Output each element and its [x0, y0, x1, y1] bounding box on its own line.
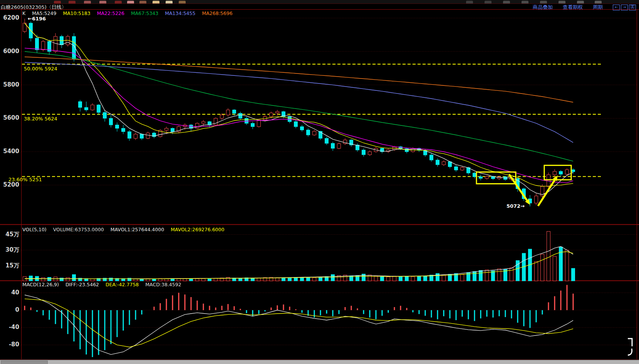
volume-indicator-header: VOL(5,10) VOLUME:63753.0000 MAVOL1:25764… [22, 227, 229, 232]
volume-axis-label: 45万 [2, 231, 19, 238]
ma22-label: MA22:5226 [97, 10, 124, 16]
low-price-annotation: 5072→ [493, 203, 525, 209]
high-price-annotation: ←6196 [28, 16, 46, 22]
macd-axis-label: 40 [2, 289, 19, 296]
price-axis-label: 5200 [2, 182, 19, 188]
macd-param-label: MACD(12,26,9) [22, 282, 59, 287]
price-axis-label: 5600 [2, 115, 19, 121]
macd-indicator-header: MACD(12,26,9) DIFF:-23.5462 DEA:-42.7758… [22, 282, 186, 287]
mavol2-value: MAVOL2:269276.6000 [171, 227, 224, 232]
volume-axis-label: 30万 [2, 247, 19, 253]
ma5-label: MA5:5249 [32, 10, 56, 16]
k-indicator-header: K MA5:5249 MA10:5183 MA22:5226 MA67:5343… [22, 10, 238, 16]
macd-value: MACD:38.4592 [145, 282, 181, 287]
price-axis-label: 5800 [2, 82, 19, 88]
horizontal-scrollbar[interactable] [0, 360, 639, 364]
volume-axis-label: 15万 [2, 262, 19, 269]
top-toolbar-strip [0, 0, 639, 3]
fib-236-label: 23.60% 5251 [8, 177, 42, 182]
ma268-label: MA268:5696 [202, 10, 232, 16]
mavol1-value: MAVOL1:257644.4000 [111, 227, 164, 232]
price-axis-label: 6200 [2, 15, 19, 21]
k-label: K [22, 10, 25, 16]
ma134-label: MA134:5455 [165, 10, 195, 16]
chart-canvas[interactable] [0, 9, 639, 360]
scrollbar-thumb[interactable] [1, 361, 48, 364]
diff-value: DIFF:-23.5462 [65, 282, 99, 287]
fib-382-label: 38.20% 5624 [24, 116, 57, 122]
macd-axis-label: -40 [2, 324, 19, 331]
macd-axis-label: -80 [2, 341, 19, 348]
price-axis-label: 5400 [2, 148, 19, 155]
ma67-label: MA67:5343 [131, 10, 158, 16]
dea-value: DEA:-42.7758 [106, 282, 139, 287]
vol-param-label: VOL(5,10) [22, 227, 47, 232]
macd-axis-label: 0 [2, 307, 19, 313]
volume-value: VOLUME:63753.0000 [53, 227, 104, 232]
title-bar: 白糖2605(032305)〈日线〉 商品叠加 查看期权 周期 ← → [0, 3, 639, 10]
fib-50-label: 50.00% 5924 [24, 66, 57, 72]
price-axis-label: 6000 [2, 48, 19, 55]
ma10-label: MA10:5183 [63, 10, 90, 16]
